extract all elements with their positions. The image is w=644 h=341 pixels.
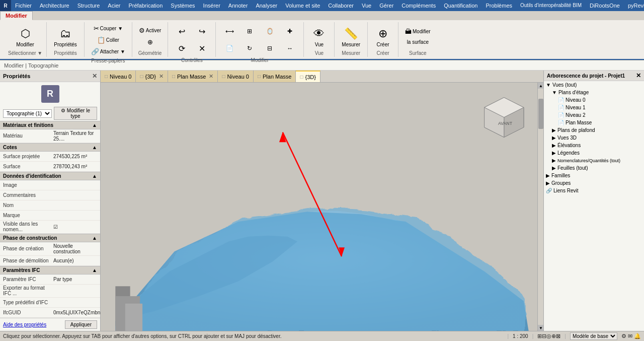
ribbon-btn-modifier[interactable]: ⬡ Modifier xyxy=(13,24,37,49)
modify-type-btn[interactable]: ⚙ Modifier le type xyxy=(54,107,97,120)
menu-complements[interactable]: Compléments xyxy=(397,2,440,10)
tree-label-feuilles: Feuilles (tout) xyxy=(557,165,588,171)
view-tab-3d-1[interactable]: □ {3D} ✕ xyxy=(136,71,168,82)
ribbon-btn-move[interactable]: ✚ xyxy=(280,23,299,39)
tree-item-legendes[interactable]: ▶ Légendes xyxy=(544,149,644,157)
tree-item-liens-revit[interactable]: 🔗 Liens Revit xyxy=(544,187,644,194)
tree-item-familles[interactable]: ▶ Familles xyxy=(544,172,644,179)
apply-btn[interactable]: Appliquer xyxy=(65,320,97,329)
tree-item-plans-etage[interactable]: ▼ Plans d'étage xyxy=(544,89,644,96)
select-group-label[interactable]: Sélectionner ▼ xyxy=(8,50,42,56)
ribbon-btn-redo[interactable]: ↪ xyxy=(192,23,211,39)
ribbon-btn-properties[interactable]: 🗂 Propriétés xyxy=(51,24,80,49)
ribbon-btn-close[interactable]: ✕ xyxy=(192,40,211,56)
section-materiaux[interactable]: Matériaux et finitions ▲ xyxy=(0,121,100,129)
ribbon-btn-coller[interactable]: 📋 Coller xyxy=(95,35,122,45)
menu-problemes[interactable]: Problèmes xyxy=(481,2,516,10)
menu-architecture[interactable]: Architecture xyxy=(36,2,73,10)
ribbon-btn-copy[interactable]: 📄 xyxy=(220,40,239,56)
properties-panel: Propriétés ✕ R Topographie (1) ⚙ Modifie… xyxy=(0,71,101,331)
menu-volume[interactable]: Volume et site xyxy=(281,2,324,10)
menu-prefabrication[interactable]: Préfabrication xyxy=(124,2,167,10)
ribbon-btn-mirror[interactable]: 🪞 xyxy=(260,23,279,39)
scroll-down-btn[interactable]: ▼ xyxy=(538,325,543,331)
status-view-icons[interactable]: ⊞⊟◎⊕⊠ xyxy=(537,333,560,339)
tree-item-vues3d[interactable]: ▶ Vues 3D xyxy=(544,134,644,142)
paste-icon: 📋 xyxy=(97,36,105,44)
scroll-track-v[interactable] xyxy=(538,89,543,325)
view-tab-niveau0-2[interactable]: □ Niveau 0 xyxy=(218,71,253,82)
prop-type-select[interactable]: Topographie (1) xyxy=(3,109,52,118)
section-phase[interactable]: Phase de construction ▲ xyxy=(0,234,100,242)
tree-item-groupes[interactable]: ▶ Groupes xyxy=(544,179,644,187)
scroll-up-btn[interactable]: ▲ xyxy=(538,83,543,89)
svg-text:AVANT: AVANT xyxy=(498,121,513,126)
ribbon-btn-mesure[interactable]: 📏 Mesurer xyxy=(339,24,363,49)
menu-fichier[interactable]: Fichier xyxy=(11,2,36,10)
view-tab-3d-active[interactable]: □ {3D} xyxy=(296,71,320,82)
menu-bim[interactable]: Outils d'interopérabilité BIM xyxy=(516,2,586,10)
ribbon-btn-scale[interactable]: ↔ xyxy=(280,40,299,56)
tree-item-plans-plafond[interactable]: ▶ Plans de plafond xyxy=(544,126,644,134)
ribbon-btn-la-surface[interactable]: la surface xyxy=(405,38,431,46)
tree-label-plans-plafond: Plans de plafond xyxy=(557,127,595,133)
menu-structure[interactable]: Structure xyxy=(73,2,104,10)
help-link[interactable]: Aide des propriétés xyxy=(3,322,46,327)
properties-close-btn[interactable]: ✕ xyxy=(92,73,97,80)
ribbon-btn-activer[interactable]: ⚙ Activer xyxy=(136,25,164,36)
view-tab-planmasse-1[interactable]: □ Plan Masse ✕ xyxy=(168,71,218,82)
tab-close-3d-1[interactable]: ✕ xyxy=(159,73,164,80)
ribbon-btn-creer[interactable]: ⊕ Créer xyxy=(372,24,394,49)
niveau0-label-2: Niveau 0 xyxy=(227,74,249,80)
ribbon-btn-refresh[interactable]: ⟳ xyxy=(172,40,191,56)
status-model-select[interactable]: Modèle de base xyxy=(570,332,617,340)
ribbon-btn-rotate[interactable]: ↻ xyxy=(240,40,259,56)
tree-item-plan-masse[interactable]: 📄 Plan Masse xyxy=(544,119,644,126)
tree-item-feuilles[interactable]: ▶ Feuilles (tout) xyxy=(544,164,644,172)
view-tab-niveau0-1[interactable]: □ Niveau 0 xyxy=(101,71,136,82)
menu-analyser[interactable]: Analyser xyxy=(252,2,281,10)
section-cotes[interactable]: Cotes ▲ xyxy=(0,143,100,152)
menu-collaborer[interactable]: Collaborer xyxy=(324,2,358,10)
ribbon-btn-attacher[interactable]: 🔗 Attacher ▼ xyxy=(89,46,128,57)
tree-item-vues-tout[interactable]: ▼ Vues (tout) xyxy=(544,81,644,89)
tree-item-elevations[interactable]: ▶ Élévations xyxy=(544,142,644,149)
menu-diroots[interactable]: DiRootsOne xyxy=(586,2,624,10)
ribbon-btn-modifier-surface[interactable]: 🏔 Modifier xyxy=(403,26,433,37)
ribbon-tab-modifier[interactable]: Modifier xyxy=(0,11,33,20)
tree-item-niveau0[interactable]: 📄 Niveau 0 xyxy=(544,96,644,104)
menu-annoter[interactable]: Annoter xyxy=(224,2,252,10)
ribbon-btn-couper[interactable]: ✂ Couper ▼ xyxy=(91,23,125,34)
scrollbar-vertical[interactable]: ▲ ▼ xyxy=(537,83,543,331)
ribbon-btn-align[interactable]: ⟷ xyxy=(220,23,239,39)
tree-item-niveau1[interactable]: 📄 Niveau 1 xyxy=(544,104,644,111)
menu-vue[interactable]: Vue xyxy=(358,2,375,10)
ribbon-btn-array[interactable]: ⊟ xyxy=(260,40,279,56)
menu-acier[interactable]: Acier xyxy=(104,2,124,10)
tab-close-planmasse-1[interactable]: ✕ xyxy=(209,73,213,80)
tree-item-niveau2[interactable]: 📄 Niveau 2 xyxy=(544,111,644,119)
section-identification-toggle: ▲ xyxy=(92,173,97,179)
status-right-icons: ⚙ ✉ 🔔 xyxy=(621,333,641,339)
menu-pyrevit[interactable]: pyRevit xyxy=(624,2,644,10)
view-tab-planmasse-2[interactable]: □ Plan Masse xyxy=(254,71,296,82)
menu-gerer[interactable]: Gérer xyxy=(375,2,397,10)
view-canvas[interactable]: AVANT ▲ ▼ xyxy=(101,83,543,331)
ribbon-btn-vue[interactable]: 👁 Vue xyxy=(308,24,330,49)
status-scale[interactable]: 1 : 200 xyxy=(513,333,528,339)
menu-inserer[interactable]: Insérer xyxy=(199,2,224,10)
breadcrumb-text: Modifier | Topographie xyxy=(4,62,58,69)
ribbon-btn-offset[interactable]: ⊞ xyxy=(240,23,259,39)
section-identification[interactable]: Données d'identification ▲ xyxy=(0,172,100,180)
menu-quantification[interactable]: Quantification xyxy=(440,2,481,10)
scroll-thumb-v[interactable] xyxy=(538,99,543,129)
section-ifc[interactable]: Paramètres IFC ▲ xyxy=(0,266,100,275)
tree-close-btn[interactable]: ✕ xyxy=(636,72,641,79)
ribbon-btn-undo[interactable]: ↩ xyxy=(172,23,191,39)
tree-item-nomenclatures[interactable]: ▶ Nomenclatures/Quantités (tout) xyxy=(544,157,644,164)
menu-systemes[interactable]: Systèmes xyxy=(167,2,199,10)
tree-label-vues3d: Vues 3D xyxy=(557,135,577,141)
ribbon-btn-geometry[interactable]: ⊕ xyxy=(145,37,155,47)
tree-label-nomenclatures: Nomenclatures/Quantités (tout) xyxy=(557,158,620,163)
section-phase-toggle: ▲ xyxy=(92,235,97,241)
